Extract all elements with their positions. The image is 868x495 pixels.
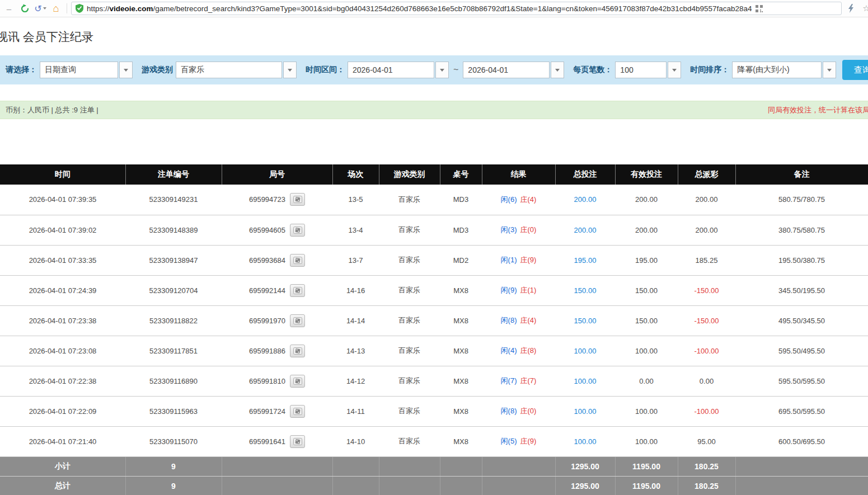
total-bet-link[interactable]: 195.00 <box>574 256 597 265</box>
cell-game-type: 百家乐 <box>379 366 440 396</box>
search-button[interactable]: 查询 <box>842 60 868 80</box>
cell-total-payout: 95.00 <box>678 426 735 456</box>
star-icon[interactable]: ☆ <box>860 2 868 15</box>
cell-total-bet: 100.00 <box>555 396 615 426</box>
qr-code-icon[interactable] <box>756 5 763 12</box>
round-id-text: 695993684 <box>249 256 285 265</box>
column-header-valid-bet: 有效投注 <box>615 164 678 185</box>
cell-bet-id: 523309115070 <box>125 426 222 456</box>
round-replay-button[interactable] <box>290 375 305 388</box>
date-from-dropdown-button[interactable] <box>435 62 449 78</box>
cell-bet-id: 523309118822 <box>125 305 222 336</box>
cell-total-bet: 200.00 <box>555 215 615 245</box>
cell-total-payout: 0.00 <box>678 366 735 396</box>
column-header-payout: 总派彩 <box>678 164 735 185</box>
cell-time: 2026-04-01 07:33:35 <box>0 245 125 275</box>
result-player: 闲(5) <box>501 437 517 445</box>
round-replay-button[interactable] <box>290 254 305 267</box>
cell-game-type: 百家乐 <box>379 426 440 456</box>
dice-image-icon <box>293 408 302 415</box>
date-to-combo <box>463 62 564 78</box>
page-size-dropdown-button[interactable] <box>668 62 681 78</box>
total-bet-link[interactable]: 100.00 <box>574 347 597 355</box>
game-type-label: 游戏类别 <box>142 65 173 75</box>
game-type-dropdown-button[interactable] <box>283 62 297 78</box>
result-banker: 庄(4) <box>520 195 537 204</box>
round-replay-button[interactable] <box>290 284 305 297</box>
table-row: 2026-04-01 07:22:09 523309115963 6959917… <box>0 396 868 426</box>
browser-toolbar: – ↺ ⌂ https://videoie.com/game/betrecord… <box>0 0 868 17</box>
date-to-dropdown-button[interactable] <box>551 62 564 78</box>
cell-result: 闲(6)庄(4) <box>482 185 555 215</box>
subtotal-empty-cell <box>440 456 482 476</box>
total-bet-link[interactable]: 100.00 <box>574 437 597 446</box>
cell-total-payout: -100.00 <box>678 336 735 366</box>
round-replay-button[interactable] <box>290 435 305 448</box>
grand-total-empty-cell <box>379 476 440 495</box>
round-id-text: 695991886 <box>249 347 285 355</box>
undo-dropdown-caret-icon[interactable] <box>43 7 46 10</box>
total-bet-link[interactable]: 150.00 <box>574 317 597 325</box>
cell-session: 14-14 <box>332 305 379 336</box>
page-size-input[interactable] <box>615 62 667 78</box>
cell-time: 2026-04-01 07:22:38 <box>0 366 125 396</box>
chevron-down-icon <box>288 69 292 72</box>
dice-image-icon <box>293 438 302 445</box>
cell-time: 2026-04-01 07:23:08 <box>0 336 125 366</box>
subtotal-empty-cell <box>222 456 332 476</box>
table-row: 2026-04-01 07:21:40 523309115070 6959916… <box>0 426 868 456</box>
round-replay-button[interactable] <box>290 193 305 206</box>
undo-icon[interactable]: ↺ <box>34 2 47 15</box>
column-header-result: 结果 <box>482 164 555 185</box>
table-row: 2026-04-01 07:22:38 523309116890 6959918… <box>0 366 868 396</box>
table-row: 2026-04-01 07:24:39 523309120704 6959921… <box>0 275 868 305</box>
cell-remark: 695.50/595.50 <box>735 396 868 426</box>
cell-session: 13-5 <box>332 185 379 215</box>
result-player: 闲(7) <box>501 376 517 385</box>
bet-records-table: 时间 注单编号 局号 场次 游戏类别 桌号 结果 总投注 有效投注 总派彩 备注… <box>0 164 868 495</box>
total-bet-link[interactable]: 200.00 <box>574 195 597 204</box>
total-bet-link[interactable]: 100.00 <box>574 407 597 416</box>
game-type-combo <box>176 62 297 78</box>
round-id-text: 695991724 <box>249 407 285 416</box>
subtotal-payout: 180.25 <box>678 456 735 476</box>
sort-order-dropdown-button[interactable] <box>823 62 836 78</box>
home-icon[interactable]: ⌂ <box>49 2 63 15</box>
refresh-icon[interactable] <box>18 2 31 15</box>
round-replay-button[interactable] <box>290 345 305 357</box>
sort-order-input[interactable] <box>732 62 822 78</box>
grand-total-empty-cell <box>222 476 332 495</box>
lightning-icon[interactable] <box>844 2 857 15</box>
table-row: 2026-04-01 07:23:08 523309117851 6959918… <box>0 336 868 366</box>
cell-total-bet: 100.00 <box>555 366 615 396</box>
cell-total-bet: 100.00 <box>555 336 615 366</box>
date-from-input[interactable] <box>348 62 434 78</box>
cell-game-type: 百家乐 <box>379 396 440 426</box>
round-replay-button[interactable] <box>290 314 305 327</box>
chevron-down-icon <box>124 69 128 72</box>
chevron-down-icon <box>672 69 677 72</box>
subtotal-empty-cell <box>332 456 379 476</box>
round-replay-button[interactable] <box>290 405 305 418</box>
result-banker: 庄(0) <box>520 407 537 415</box>
cell-valid-bet: 150.00 <box>615 305 678 336</box>
query-type-dropdown-button[interactable] <box>119 62 133 78</box>
query-type-combo <box>40 62 133 78</box>
game-type-input[interactable] <box>176 62 282 78</box>
cell-total-bet: 195.00 <box>555 245 615 275</box>
sort-order-combo <box>732 62 836 78</box>
address-bar[interactable]: https://videoie.com/game/betrecord_searc… <box>71 2 842 15</box>
subtotal-row: 小计 9 1295.00 1195.00 180.25 <box>0 456 868 476</box>
round-replay-button[interactable] <box>290 224 305 237</box>
query-type-input[interactable] <box>40 62 118 78</box>
cell-valid-bet: 100.00 <box>615 396 678 426</box>
cell-bet-id: 523309138947 <box>125 245 222 275</box>
back-icon[interactable]: – <box>2 2 16 15</box>
total-bet-link[interactable]: 100.00 <box>574 377 597 385</box>
total-bet-link[interactable]: 150.00 <box>574 286 597 295</box>
date-to-input[interactable] <box>463 62 550 78</box>
cell-valid-bet: 195.00 <box>615 245 678 275</box>
total-bet-link[interactable]: 200.00 <box>574 226 597 234</box>
cell-remark: 495.50/345.50 <box>735 305 868 336</box>
cell-round-id: 695991641 <box>222 426 332 456</box>
